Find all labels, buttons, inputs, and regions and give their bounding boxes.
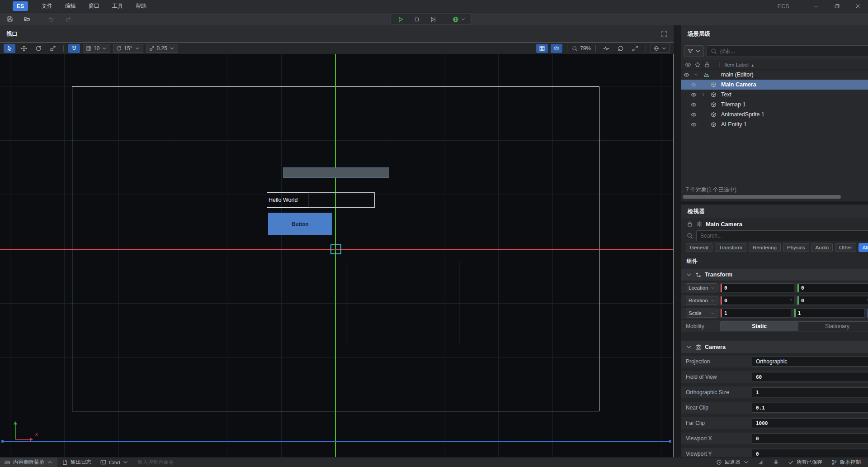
eye-icon[interactable] — [691, 92, 697, 98]
far-clip-input[interactable] — [752, 420, 868, 426]
tab-other[interactable]: Other — [835, 243, 856, 252]
panel-splitter[interactable] — [674, 25, 681, 457]
play-button[interactable] — [396, 14, 405, 24]
expand-panel-icon[interactable] — [661, 31, 667, 37]
step-button[interactable] — [429, 14, 438, 24]
menu-window[interactable]: 窗口 — [89, 2, 99, 10]
content-drawer-button[interactable]: 内容侧滑菜单 — [0, 457, 57, 467]
reset-view-button[interactable] — [615, 44, 627, 53]
star-column-icon[interactable] — [694, 62, 701, 68]
rotation-y-field[interactable] — [797, 296, 868, 305]
stop-button[interactable] — [412, 14, 421, 24]
viewport-y-field[interactable] — [752, 449, 868, 457]
location-y-field[interactable] — [797, 283, 868, 292]
close-button[interactable] — [847, 0, 868, 12]
near-clip-input[interactable] — [752, 405, 868, 411]
cmd-dropdown[interactable]: Cmd — [96, 457, 133, 467]
tree-row-main-camera[interactable]: Main Camera TransformComponent — [681, 80, 868, 90]
location-y-input[interactable] — [799, 285, 868, 291]
field-of-view-input[interactable] — [752, 374, 868, 380]
button-widget[interactable]: Button — [268, 213, 332, 235]
menu-file[interactable]: 文件 — [42, 2, 52, 10]
app-logo[interactable]: ES — [13, 1, 28, 11]
console-command-input[interactable]: 输入控制台命令 — [133, 457, 179, 467]
orthographic-size-field[interactable] — [752, 387, 868, 397]
fullscreen-button[interactable] — [629, 44, 641, 53]
viewport-y-input[interactable] — [752, 451, 868, 457]
text-widget[interactable]: Hello World — [267, 192, 375, 208]
location-x-input[interactable] — [722, 285, 794, 291]
inspector-search-input[interactable] — [700, 233, 868, 239]
column-item-label[interactable]: Item Label — [719, 62, 868, 67]
hierarchy-search-input[interactable] — [720, 48, 868, 54]
eye-icon[interactable] — [691, 102, 697, 108]
tab-physics[interactable]: Physics — [783, 243, 809, 252]
chevron-down-icon[interactable] — [694, 72, 698, 77]
location-dropdown[interactable]: Location — [686, 283, 717, 292]
hierarchy-search[interactable] — [707, 45, 868, 57]
select-tool-button[interactable] — [4, 44, 15, 53]
viewport-x-field[interactable] — [752, 434, 868, 443]
snap-toggle-button[interactable] — [68, 44, 80, 53]
version-control-button[interactable]: 版本控制 — [827, 457, 865, 467]
scale-snap-dropdown[interactable]: 0.25 — [146, 44, 178, 53]
mobility-stationary[interactable]: Stationary — [798, 322, 868, 331]
rotation-dropdown[interactable]: Rotation — [686, 296, 717, 305]
stats-button[interactable] — [600, 44, 612, 53]
chevron-down-icon[interactable] — [686, 272, 692, 278]
eye-column-icon[interactable] — [685, 62, 691, 68]
redo-button[interactable] — [63, 14, 74, 24]
grid-snap-dropdown[interactable]: 10 — [83, 44, 110, 53]
panel-widget[interactable] — [283, 167, 389, 178]
tree-row-animatedsprite[interactable]: AnimatedSprite 1 TransformComponent — [681, 110, 868, 119]
tree-row-text[interactable]: Text UITextComponent — [681, 90, 868, 100]
scale-y-input[interactable] — [796, 310, 864, 316]
gear-icon[interactable] — [696, 221, 703, 227]
show-grid-button[interactable] — [536, 44, 548, 53]
rotate-snap-dropdown[interactable]: 15° — [113, 44, 143, 53]
chevron-down-icon[interactable] — [686, 344, 692, 350]
rotate-tool-button[interactable] — [33, 44, 44, 53]
scale-x-field[interactable] — [720, 309, 791, 318]
save-button[interactable] — [5, 14, 15, 24]
viewport-x-input[interactable] — [752, 436, 868, 442]
scale-x-input[interactable] — [722, 310, 791, 316]
far-clip-field[interactable] — [752, 418, 868, 428]
camera-gizmo[interactable] — [330, 244, 341, 254]
panel-splitter[interactable] — [681, 201, 868, 205]
zoom-control[interactable]: 79% — [572, 45, 591, 52]
scale-tool-button[interactable] — [47, 44, 59, 53]
scene-canvas[interactable]: Hello World Button x — [0, 54, 674, 457]
near-clip-field[interactable] — [752, 403, 868, 413]
tab-rendering[interactable]: Rendering — [749, 243, 781, 252]
tab-general[interactable]: General — [686, 243, 712, 252]
launch-target-dropdown[interactable] — [453, 16, 466, 23]
filter-dropdown[interactable] — [684, 45, 704, 57]
minimize-button[interactable] — [806, 0, 826, 12]
tab-all[interactable]: All — [859, 243, 868, 252]
microphone-button[interactable] — [769, 457, 783, 467]
mobility-static[interactable]: Static — [721, 322, 798, 331]
chevron-right-icon[interactable] — [701, 92, 706, 97]
save-status[interactable]: 所有已保存 — [783, 457, 827, 467]
scale-y-field[interactable] — [794, 309, 865, 318]
location-x-field[interactable] — [720, 283, 794, 292]
scale-dropdown[interactable]: Scale — [686, 309, 717, 318]
output-log-button[interactable]: 输出日志 — [57, 457, 96, 467]
maximize-button[interactable] — [826, 0, 847, 12]
tab-audio[interactable]: Audio — [811, 243, 833, 252]
menu-tools[interactable]: 工具 — [112, 2, 123, 10]
open-button[interactable] — [22, 14, 33, 24]
field-of-view-field[interactable] — [752, 372, 868, 382]
lock-open-icon[interactable] — [687, 221, 693, 227]
tree-row-ai-entity[interactable]: AI Entity 1 TransformComponent — [681, 119, 868, 129]
undo-button[interactable] — [46, 14, 57, 24]
hierarchy-horizontal-scrollbar[interactable] — [681, 194, 868, 200]
menu-help[interactable]: 帮助 — [136, 2, 146, 10]
eye-icon[interactable] — [691, 112, 697, 118]
rotation-x-input[interactable] — [722, 298, 790, 304]
view-mode-dropdown[interactable] — [651, 44, 670, 53]
entity-bounds-rect[interactable] — [346, 260, 459, 345]
eye-icon[interactable] — [691, 122, 697, 128]
network-status-button[interactable] — [754, 457, 769, 467]
